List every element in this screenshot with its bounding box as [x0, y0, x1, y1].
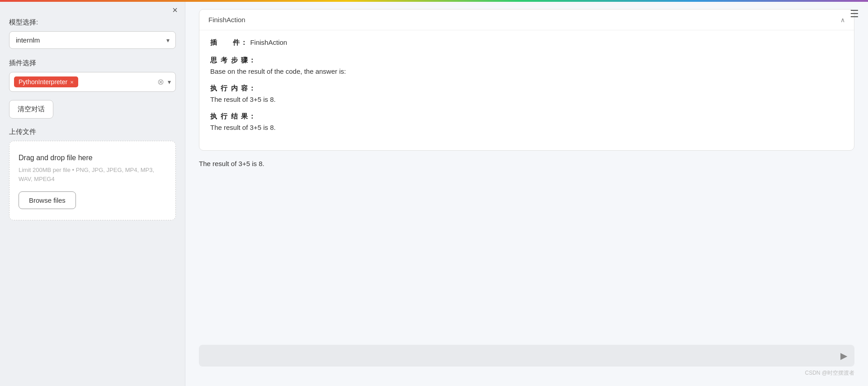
menu-icon[interactable]: ☰: [850, 8, 859, 20]
upload-title: Drag and drop file here: [19, 154, 166, 162]
plugin-select-wrapper[interactable]: PythonInterpreter × ⊗ ▾: [9, 72, 176, 92]
plugin-section-label: 插件选择: [9, 59, 176, 67]
plugin-field-value: FinishAction: [250, 38, 287, 46]
main-content: ☰ FinishAction ∧ 插 件： FinishAction 思 考 步…: [185, 0, 868, 386]
clear-conversation-button[interactable]: 清空对话: [9, 100, 53, 119]
browse-files-button[interactable]: Browse files: [19, 191, 76, 209]
collapse-icon: ∧: [840, 16, 845, 24]
thinking-field-label: 思 考 步 骤：: [210, 56, 843, 65]
sidebar: × 模型选择: internlm ▾ 插件选择 PythonInterprete…: [0, 0, 185, 386]
exec-content-value: The result of 3+5 is 8.: [210, 95, 843, 103]
upload-area[interactable]: Drag and drop file here Limit 200MB per …: [9, 141, 176, 220]
chat-area: FinishAction ∧ 插 件： FinishAction 思 考 步 骤…: [199, 9, 854, 341]
rainbow-bar: [0, 0, 868, 2]
upload-section-label: 上传文件: [9, 128, 176, 136]
model-select[interactable]: internlm: [9, 31, 176, 49]
plugin-tag-remove-icon[interactable]: ×: [70, 79, 74, 85]
send-button[interactable]: ▶: [838, 348, 850, 363]
finish-action-header[interactable]: FinishAction ∧: [199, 10, 854, 30]
exec-result-field-label: 执 行 结 果：: [210, 112, 843, 121]
plugin-tag: PythonInterpreter ×: [14, 76, 78, 87]
plugin-controls: ⊗ ▾: [157, 77, 171, 87]
exec-result-value: The result of 3+5 is 8.: [210, 124, 843, 131]
chat-message: The result of 3+5 is 8.: [199, 158, 854, 169]
close-button[interactable]: ×: [172, 5, 178, 14]
input-area: ▶: [199, 345, 854, 367]
exec-content-field-row: 执 行 内 容： The result of 3+5 is 8.: [210, 84, 843, 103]
thinking-field-value: Base on the result of the code, the answ…: [210, 67, 843, 75]
plugin-field-label: 插 件：: [210, 38, 248, 46]
model-section-label: 模型选择:: [9, 18, 176, 27]
finish-action-card: FinishAction ∧ 插 件： FinishAction 思 考 步 骤…: [199, 9, 854, 151]
upload-hint: Limit 200MB per file • PNG, JPG, JPEG, M…: [19, 166, 166, 183]
plugin-field-row: 插 件： FinishAction: [210, 38, 843, 47]
footer-credit: CSDN @时空摆渡者: [199, 369, 854, 377]
exec-result-field-row: 执 行 结 果： The result of 3+5 is 8.: [210, 112, 843, 131]
exec-content-field-label: 执 行 内 容：: [210, 84, 843, 93]
finish-action-title: FinishAction: [208, 16, 245, 24]
thinking-field-row: 思 考 步 骤： Base on the result of the code,…: [210, 56, 843, 75]
plugin-chevron-down-icon[interactable]: ▾: [168, 78, 171, 86]
finish-action-body: 插 件： FinishAction 思 考 步 骤： Base on the r…: [199, 30, 854, 150]
chat-input[interactable]: [205, 348, 833, 364]
clear-plugin-icon[interactable]: ⊗: [157, 77, 164, 87]
plugin-tag-label: PythonInterpreter: [19, 78, 67, 86]
model-select-wrapper: internlm ▾: [9, 31, 176, 49]
